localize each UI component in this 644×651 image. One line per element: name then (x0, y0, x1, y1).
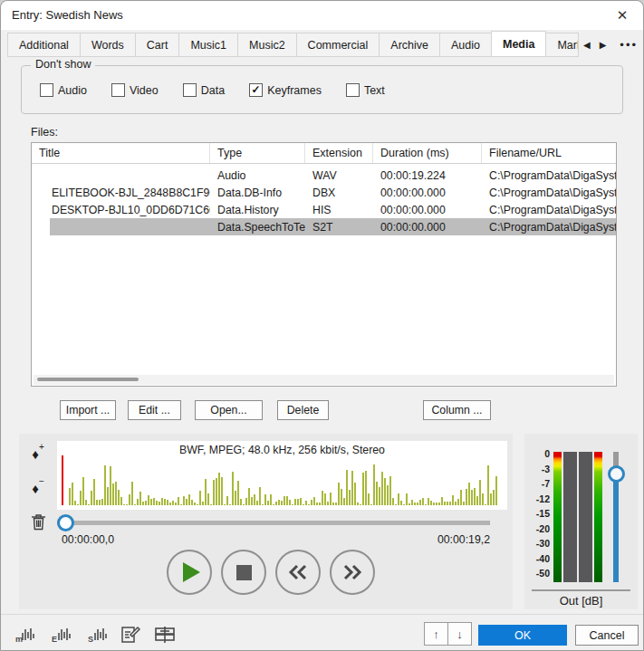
title-bar: Entry: Swedish News ✕ (1, 1, 643, 30)
dont-show-options: Audio Video Data ✓ Keyframes Text (40, 83, 385, 97)
table-horizontal-scrollbar[interactable] (34, 375, 614, 385)
meter-divider (532, 589, 630, 591)
dont-show-title: Don't show (31, 58, 95, 71)
stop-button[interactable] (221, 550, 266, 595)
meter-bar-right (579, 452, 592, 582)
checkbox-audio-label: Audio (58, 84, 87, 97)
checkbox-text-label: Text (364, 84, 385, 97)
tab-music2[interactable]: Music2 (237, 33, 297, 57)
delete-button[interactable]: Delete (277, 400, 329, 420)
add-marker-icon[interactable]: ♦+ (32, 443, 44, 463)
volume-slider-handle[interactable] (608, 465, 625, 483)
files-table-header: Title Type Extension Duration (ms) Filen… (32, 143, 616, 164)
up-arrow-icon: ↑ (433, 627, 439, 641)
scrollbar-thumb[interactable] (37, 378, 139, 381)
tab-bar: Additional Words Cart Music1 Music2 Comm… (1, 30, 643, 57)
playhead-marker (62, 455, 63, 505)
svg-text:m: m (15, 635, 23, 644)
time-current: 00:00:00,0 (62, 533, 114, 546)
checkbox-audio-box[interactable] (40, 83, 53, 97)
transport-controls (167, 550, 375, 595)
import-button[interactable]: Import ... (60, 400, 116, 420)
meter-gradient-right (594, 452, 602, 582)
forward-button[interactable] (330, 550, 375, 595)
checkbox-video-box[interactable] (111, 83, 125, 97)
column-header-extension[interactable]: Extension (305, 143, 373, 163)
table-row[interactable]: ELITEBOOK-BJL_2848B8C1F9C6... Data.DB-In… (32, 184, 616, 201)
tab-scroll-left-icon[interactable]: ◀ (579, 40, 595, 50)
edit-document-icon[interactable] (119, 623, 142, 646)
checkbox-keyframes-label: Keyframes (267, 84, 322, 97)
waveform-display[interactable]: BWF, MPEG; 48.0 kHz, 256 kbit/s, Stereo (57, 441, 507, 510)
play-button[interactable] (167, 550, 212, 595)
tab-cart[interactable]: Cart (135, 33, 180, 57)
column-header-duration[interactable]: Duration (ms) (373, 143, 482, 163)
window-title: Entry: Swedish News (12, 1, 123, 30)
checkbox-video[interactable]: Video (111, 83, 159, 97)
tab-commercial[interactable]: Commercial (296, 33, 380, 57)
play-icon (183, 562, 200, 582)
tab-additional[interactable]: Additional (7, 33, 81, 57)
tab-scroll-right-icon[interactable]: ▶ (595, 40, 611, 50)
svg-text:E: E (52, 635, 57, 644)
remove-marker-icon[interactable]: ♦− (32, 477, 44, 497)
waveform-m-icon[interactable]: m (14, 623, 37, 646)
checkbox-keyframes-box[interactable]: ✓ (249, 83, 263, 97)
waveform-s-icon[interactable]: S (86, 623, 110, 646)
cancel-button[interactable]: Cancel (575, 625, 639, 646)
seek-slider-handle[interactable] (57, 514, 74, 531)
column-header-type[interactable]: Type (210, 143, 305, 163)
audio-format-info: BWF, MPEG; 48.0 kHz, 256 kbit/s, Stereo (57, 444, 507, 456)
move-down-button[interactable]: ↓ (447, 622, 472, 646)
table-row-selected[interactable]: Data.SpeechToText S2T 00:00:00.000 C:\Pr… (32, 218, 616, 235)
volume-slider[interactable] (606, 452, 626, 582)
waveform-e-icon[interactable]: E (50, 623, 73, 646)
column-header-filename[interactable]: Filename/URL (482, 143, 616, 163)
player-panel: ♦+ ♦− BWF, MPEG; 48.0 kHz, 256 kbit/s, S… (19, 434, 513, 609)
tab-audio[interactable]: Audio (439, 33, 492, 57)
dont-show-group: Don't show Audio Video Data ✓ Keyframes … (21, 65, 623, 114)
checkbox-keyframes[interactable]: ✓ Keyframes (249, 83, 322, 97)
checkbox-text[interactable]: Text (346, 83, 385, 97)
table-row[interactable]: DESKTOP-BJL10_0DD6D71C660... Data.Histor… (32, 201, 616, 218)
rewind-button[interactable] (275, 550, 321, 595)
checkbox-text-box[interactable] (346, 83, 360, 97)
meter-bar-left (563, 452, 577, 582)
forward-icon (341, 563, 363, 581)
tab-media[interactable]: Media (491, 31, 546, 57)
tab-archive[interactable]: Archive (379, 33, 440, 57)
edit-button[interactable]: Edit ... (128, 400, 181, 420)
svg-text:S: S (88, 635, 93, 644)
tab-overflow-icon[interactable]: ••• (610, 38, 643, 57)
close-icon[interactable]: ✕ (607, 1, 638, 30)
column-header-title[interactable]: Title (32, 143, 210, 163)
rewind-icon (287, 563, 309, 581)
checkbox-data-label: Data (201, 84, 225, 97)
files-label: Files: (31, 126, 58, 139)
tab-words[interactable]: Words (80, 33, 136, 57)
meter-scale: 0 -3 -7 -12 -15 -20 -30 -40 -50 (524, 448, 550, 579)
column-button[interactable]: Column ... (423, 400, 491, 420)
table-layout-icon[interactable] (153, 623, 177, 646)
tab-music1[interactable]: Music1 (178, 33, 238, 57)
seek-slider-track[interactable] (57, 521, 490, 525)
move-up-button[interactable]: ↑ (424, 622, 448, 646)
output-meter-panel: 0 -3 -7 -12 -15 -20 -30 -40 -50 Out [dB] (524, 434, 638, 609)
stop-icon (236, 565, 252, 580)
entry-dialog: Entry: Swedish News ✕ Additional Words C… (0, 0, 644, 651)
time-total: 00:00:19,2 (437, 533, 490, 546)
open-button[interactable]: Open... (195, 400, 263, 420)
ok-button[interactable]: OK (478, 625, 567, 646)
checkbox-data-box[interactable] (183, 83, 197, 97)
checkbox-audio[interactable]: Audio (40, 83, 87, 97)
table-row[interactable]: Audio WAV 00:00:19.224 C:\ProgramData\Di… (32, 167, 616, 184)
tab-marker-subclip[interactable]: Marker/Subcl (545, 33, 579, 57)
meter-label: Out [dB] (524, 594, 638, 608)
waveform-bars (69, 460, 504, 505)
files-table: Title Type Extension Duration (ms) Filen… (31, 142, 617, 387)
trash-icon[interactable] (31, 513, 46, 531)
volume-slider-track[interactable] (613, 470, 619, 582)
checkbox-data[interactable]: Data (183, 83, 225, 97)
down-arrow-icon: ↓ (457, 627, 463, 641)
seek-slider[interactable] (57, 513, 490, 531)
